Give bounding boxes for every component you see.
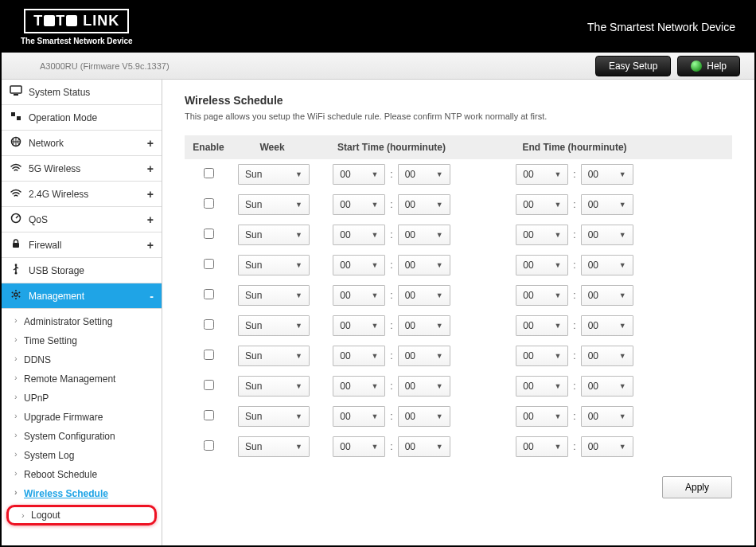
week-select[interactable]: Sun▼ — [238, 436, 310, 457]
sidebar-item-qos[interactable]: QoS+ — [2, 207, 162, 232]
sub-item-wireless-schedule[interactable]: Wireless Schedule — [2, 484, 162, 503]
start-minute-select[interactable]: 00▼ — [398, 285, 450, 306]
sidebar-item-2-4g-wireless[interactable]: 2.4G Wireless+ — [2, 182, 162, 207]
end-minute-select[interactable]: 00▼ — [581, 315, 633, 336]
start-hour-select[interactable]: 00▼ — [333, 255, 385, 275]
chevron-icon: + — [147, 162, 154, 175]
enable-checkbox[interactable] — [204, 198, 214, 209]
start-hour-select[interactable]: 00▼ — [333, 225, 385, 245]
sub-item-remote-management[interactable]: Remote Management — [2, 369, 162, 389]
sidebar-item-firewall[interactable]: Firewall+ — [2, 232, 162, 258]
end-minute-select[interactable]: 00▼ — [581, 225, 633, 245]
sub-item-ddns[interactable]: DDNS — [2, 350, 162, 369]
start-minute-select[interactable]: 00▼ — [398, 255, 450, 275]
enable-checkbox[interactable] — [204, 410, 214, 420]
sidebar-item-5g-wireless[interactable]: 5G Wireless+ — [2, 156, 162, 182]
caret-down-icon: ▼ — [554, 382, 561, 390]
start-minute-select[interactable]: 00▼ — [398, 194, 450, 215]
sub-item-system-configuration[interactable]: System Configuration — [2, 427, 162, 446]
help-button[interactable]: Help — [677, 56, 740, 76]
end-minute-select[interactable]: 00▼ — [581, 255, 633, 275]
week-select[interactable]: Sun▼ — [238, 376, 310, 397]
sidebar-item-operation-mode[interactable]: Operation Mode — [2, 105, 162, 131]
week-select[interactable]: Sun▼ — [238, 315, 310, 336]
enable-checkbox[interactable] — [204, 319, 214, 330]
start-minute-select[interactable]: 00▼ — [398, 315, 450, 336]
end-hour-select[interactable]: 00▼ — [516, 255, 568, 275]
caret-down-icon: ▼ — [371, 322, 378, 330]
start-hour-select[interactable]: 00▼ — [333, 315, 385, 336]
end-minute-select[interactable]: 00▼ — [581, 406, 633, 427]
week-select[interactable]: Sun▼ — [238, 406, 310, 427]
start-hour-select[interactable]: 00▼ — [333, 346, 385, 366]
start-hour-select[interactable]: 00▼ — [333, 194, 385, 215]
end-minute-select[interactable]: 00▼ — [581, 376, 633, 397]
start-hour-select[interactable]: 00▼ — [333, 285, 385, 306]
end-hour-select[interactable]: 00▼ — [516, 346, 568, 366]
enable-checkbox[interactable] — [204, 350, 214, 360]
menu-label: Network — [29, 138, 64, 149]
caret-down-icon: ▼ — [295, 170, 302, 178]
end-minute-select[interactable]: 00▼ — [581, 194, 633, 215]
header-start: Start Time (hourminute) — [312, 142, 471, 153]
start-hour-select[interactable]: 00▼ — [333, 406, 385, 427]
week-select[interactable]: Sun▼ — [238, 164, 310, 185]
menu-label: Firewall — [29, 240, 61, 251]
start-minute-select[interactable]: 00▼ — [398, 376, 450, 397]
enable-checkbox[interactable] — [204, 168, 214, 178]
caret-down-icon: ▼ — [371, 261, 378, 269]
end-hour-select[interactable]: 00▼ — [516, 285, 568, 306]
caret-down-icon: ▼ — [295, 291, 302, 299]
sub-item-reboot-schedule[interactable]: Reboot Schedule — [2, 465, 162, 484]
enable-checkbox[interactable] — [204, 380, 214, 390]
menu-label: USB Storage — [29, 265, 84, 276]
help-label: Help — [707, 61, 727, 72]
start-minute-select[interactable]: 00▼ — [398, 406, 450, 427]
start-hour-select[interactable]: 00▼ — [333, 376, 385, 397]
end-minute-select[interactable]: 00▼ — [581, 164, 633, 185]
chevron-icon: + — [147, 137, 154, 150]
caret-down-icon: ▼ — [371, 201, 378, 209]
enable-checkbox[interactable] — [204, 440, 214, 451]
start-minute-select[interactable]: 00▼ — [398, 225, 450, 245]
easy-setup-button[interactable]: Easy Setup — [595, 56, 671, 76]
sidebar-item-network[interactable]: Network+ — [2, 131, 162, 156]
end-hour-select[interactable]: 00▼ — [516, 406, 568, 427]
enable-checkbox[interactable] — [204, 259, 214, 269]
end-hour-select[interactable]: 00▼ — [516, 164, 568, 185]
sidebar: System StatusOperation ModeNetwork+5G Wi… — [2, 80, 162, 545]
start-minute-select[interactable]: 00▼ — [398, 436, 450, 457]
week-select[interactable]: Sun▼ — [238, 225, 310, 245]
sub-item-time-setting[interactable]: Time Setting — [2, 331, 162, 350]
sub-item-upnp[interactable]: UPnP — [2, 389, 162, 408]
end-minute-select[interactable]: 00▼ — [581, 285, 633, 306]
start-hour-select[interactable]: 00▼ — [333, 164, 385, 185]
sidebar-item-management[interactable]: Management- — [2, 283, 162, 309]
start-minute-select[interactable]: 00▼ — [398, 346, 450, 366]
end-hour-select[interactable]: 00▼ — [516, 225, 568, 245]
end-minute-select[interactable]: 00▼ — [581, 436, 633, 457]
end-hour-select[interactable]: 00▼ — [516, 436, 568, 457]
start-minute-select[interactable]: 00▼ — [398, 164, 450, 185]
enable-checkbox[interactable] — [204, 229, 214, 239]
schedule-row: Sun▼00▼:00▼00▼:00▼ — [185, 189, 732, 220]
display-icon — [10, 85, 22, 99]
week-select[interactable]: Sun▼ — [238, 346, 310, 366]
sidebar-item-usb-storage[interactable]: USB Storage — [2, 258, 162, 283]
start-hour-select[interactable]: 00▼ — [333, 436, 385, 457]
sub-header: A3000RU (Firmware V5.9c.1337) Easy Setup… — [2, 53, 754, 80]
apply-button[interactable]: Apply — [662, 476, 732, 498]
sub-item-logout[interactable]: Logout — [6, 505, 157, 526]
sub-item-upgrade-firmware[interactable]: Upgrade Firmware — [2, 408, 162, 427]
end-hour-select[interactable]: 00▼ — [516, 315, 568, 336]
enable-checkbox[interactable] — [204, 289, 214, 299]
end-hour-select[interactable]: 00▼ — [516, 376, 568, 397]
end-hour-select[interactable]: 00▼ — [516, 194, 568, 215]
end-minute-select[interactable]: 00▼ — [581, 346, 633, 366]
sidebar-item-system-status[interactable]: System Status — [2, 80, 162, 105]
week-select[interactable]: Sun▼ — [238, 285, 310, 306]
week-select[interactable]: Sun▼ — [238, 194, 310, 215]
sub-item-system-log[interactable]: System Log — [2, 446, 162, 465]
sub-item-administrator-setting[interactable]: Administrator Setting — [2, 312, 162, 331]
week-select[interactable]: Sun▼ — [238, 255, 310, 275]
